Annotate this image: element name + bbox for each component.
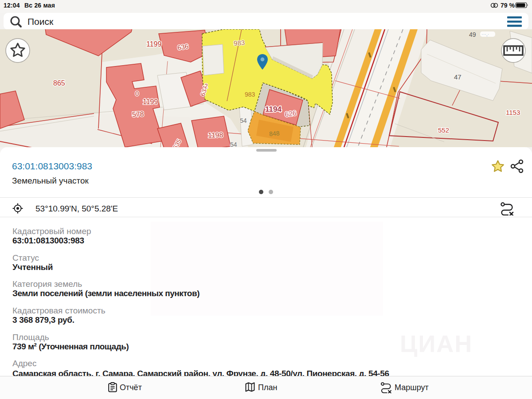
svg-text:983: 983 xyxy=(245,91,255,98)
svg-text:1153: 1153 xyxy=(506,109,520,116)
svg-text:1198: 1198 xyxy=(208,131,223,139)
svg-text:54: 54 xyxy=(230,141,237,147)
svg-text:865: 865 xyxy=(53,79,65,87)
svg-text:552: 552 xyxy=(438,126,449,134)
svg-text:2: 2 xyxy=(204,82,208,90)
svg-text:983: 983 xyxy=(233,39,245,47)
svg-text:···‚·: ···‚· xyxy=(481,31,489,37)
svg-text:636: 636 xyxy=(177,43,189,51)
svg-text:578: 578 xyxy=(132,110,145,118)
svg-text:1199: 1199 xyxy=(143,98,158,106)
svg-text:1194: 1194 xyxy=(265,105,282,113)
svg-text:848: 848 xyxy=(269,129,280,137)
svg-text:0: 0 xyxy=(135,90,139,97)
svg-text:54: 54 xyxy=(240,117,247,124)
svg-text:47: 47 xyxy=(454,73,462,81)
svg-text:49: 49 xyxy=(469,31,476,38)
svg-text:1199: 1199 xyxy=(146,40,162,48)
